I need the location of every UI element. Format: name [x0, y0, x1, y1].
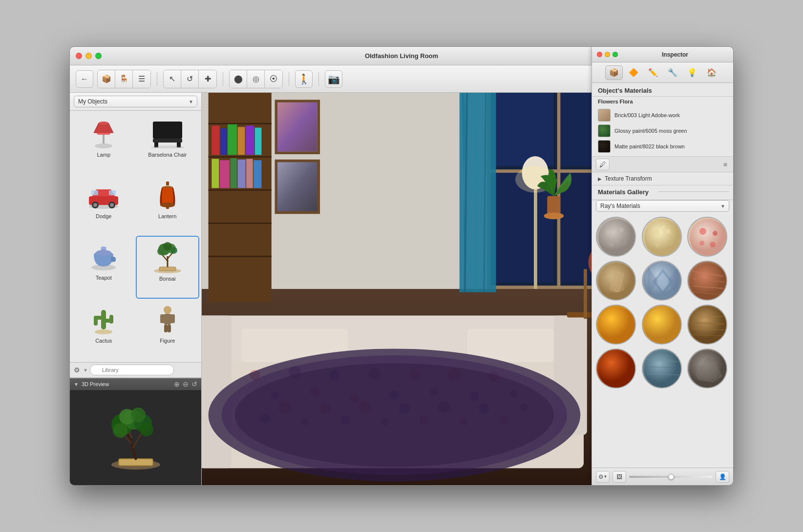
texture-transform-label: Texture Transform: [605, 175, 652, 182]
object-item-lantern[interactable]: Lantern: [136, 174, 200, 236]
gallery-dropdown[interactable]: Ray's Materials Standard Materials Custo…: [596, 200, 729, 212]
sidebar-dropdown-wrapper: My Objects ▼: [74, 96, 197, 107]
left-sidebar: My Objects ▼: [70, 93, 202, 485]
render-btn-1[interactable]: ⬤: [230, 70, 247, 88]
inspector-menu-icon[interactable]: ≡: [721, 160, 729, 169]
svg-rect-46: [170, 314, 175, 323]
app-window: Oldfashion Living Room ⤢ ← 📦 🪑 ☰ ↖ ↺ ✚ ⬤…: [69, 46, 734, 486]
svg-point-217: [710, 242, 716, 247]
svg-point-214: [690, 219, 727, 256]
rotate-button[interactable]: ↺: [191, 380, 197, 388]
inspector-photo-button[interactable]: 🖼: [613, 471, 626, 483]
object-item-dodge[interactable]: Dodge: [72, 174, 136, 236]
render-btn-2[interactable]: ◎: [247, 70, 265, 88]
texture-transform-header[interactable]: ▶ Texture Transform: [598, 175, 727, 182]
walk-tool[interactable]: 🚶: [295, 70, 313, 88]
settings-arrow-icon: ▼: [83, 368, 88, 373]
preview-controls: ⊕ ⊖ ↺: [174, 380, 197, 388]
svg-point-26: [101, 246, 106, 249]
window-controls: [76, 53, 102, 59]
object-item-lamp[interactable]: Lamp: [72, 113, 136, 174]
object-item-teapot[interactable]: Teapot: [72, 236, 136, 299]
size-slider[interactable]: [629, 476, 713, 478]
swatch-floral-beige[interactable]: [642, 217, 682, 257]
zoom-in-button[interactable]: ⊕: [174, 380, 180, 388]
zoom-out-button[interactable]: ⊖: [183, 380, 189, 388]
separator-4: [318, 72, 319, 86]
object-item-chair[interactable]: Barselona Chair: [136, 113, 200, 174]
preview-triangle-icon: ▼: [74, 382, 79, 387]
gallery-dropdown-wrapper: Ray's Materials Standard Materials Custo…: [596, 200, 729, 212]
svg-rect-22: [166, 205, 169, 209]
render-btn-3[interactable]: ⦿: [265, 70, 282, 88]
svg-point-18: [110, 203, 114, 207]
preview-section: ▼ 3D Preview ⊕ ⊖ ↺: [70, 378, 201, 485]
material-item-brick[interactable]: Brick/003 Light Adobe-work: [596, 107, 729, 123]
back-button[interactable]: ←: [76, 70, 93, 88]
select-tool[interactable]: ↖: [164, 70, 181, 88]
material-name-brick: Brick/003 Light Adobe-work: [614, 112, 727, 119]
settings-icon[interactable]: ⚙: [74, 366, 80, 374]
swatch-gray-stone[interactable]: [687, 348, 727, 389]
material-swatch-glossy: [598, 124, 611, 137]
object-item-figure[interactable]: Figure: [136, 299, 200, 360]
svg-point-218: [699, 241, 704, 246]
material-item-matte[interactable]: Matte paint/8022 black brown: [596, 139, 729, 154]
svg-rect-94: [491, 93, 554, 166]
minimize-button[interactable]: [85, 53, 92, 59]
preview-header: ▼ 3D Preview ⊕ ⊖ ↺: [70, 378, 201, 390]
svg-rect-13: [91, 190, 98, 195]
svg-point-210: [667, 240, 673, 246]
material-name-glossy: Glossy paint/6005 moss green: [614, 127, 727, 134]
inspector-person-button[interactable]: 👤: [716, 471, 729, 483]
maximize-button[interactable]: [95, 53, 102, 59]
rotate-tool[interactable]: ↺: [181, 70, 199, 88]
view-mode-group: 📦 🪑 ☰: [97, 70, 151, 88]
svg-point-3: [99, 122, 108, 124]
separator-1: [157, 72, 157, 86]
list-button[interactable]: ☰: [133, 70, 150, 88]
eyedropper-tool[interactable]: 🖊: [596, 159, 610, 170]
separator-2: [223, 72, 223, 86]
object-item-bonsai[interactable]: Bonsai: [136, 236, 200, 299]
camera-tool[interactable]: 📷: [325, 70, 342, 88]
swatch-floral-red[interactable]: [687, 217, 727, 257]
svg-point-57: [140, 423, 153, 436]
close-button[interactable]: [76, 53, 82, 59]
object-item-cactus[interactable]: Cactus: [72, 299, 136, 360]
svg-rect-72: [237, 127, 245, 155]
svg-point-236: [598, 307, 635, 344]
objects-button[interactable]: 📦: [98, 70, 115, 88]
swatch-teal-fabric[interactable]: [642, 348, 682, 389]
material-item-glossy[interactable]: Glossy paint/6005 moss green: [596, 123, 729, 139]
furniture-button[interactable]: 🪑: [115, 70, 133, 88]
swatch-damask-tan[interactable]: [596, 261, 636, 301]
swatch-brown-wood[interactable]: [687, 305, 727, 345]
swatch-floral-gray[interactable]: [596, 217, 636, 257]
chair-icon: [148, 117, 187, 151]
swatch-argyle-blue[interactable]: [642, 261, 682, 301]
inspector-settings-button[interactable]: ⚙ ▼: [596, 471, 610, 483]
svg-point-203: [619, 227, 624, 232]
swatch-dark-orange[interactable]: [596, 348, 636, 389]
lamp-icon: [84, 117, 123, 151]
svg-point-16: [93, 203, 97, 207]
swatch-orange-solid[interactable]: [596, 305, 636, 345]
svg-rect-85: [277, 162, 317, 211]
svg-point-238: [644, 307, 681, 344]
swatch-rustic-orange[interactable]: [687, 261, 727, 301]
swatch-orange2-solid[interactable]: [642, 305, 682, 345]
materials-list: Brick/003 Light Adobe-work Glossy paint/…: [592, 105, 733, 157]
svg-point-43: [164, 306, 171, 314]
add-tool[interactable]: ✚: [199, 70, 216, 88]
search-input[interactable]: [90, 365, 174, 375]
svg-point-201: [598, 219, 635, 256]
svg-rect-66: [209, 189, 272, 191]
svg-point-246: [598, 351, 635, 388]
tool-group: ↖ ↺ ✚: [163, 70, 217, 88]
svg-rect-48: [168, 325, 171, 332]
gallery-title: Materials Gallery: [592, 185, 655, 198]
window-title: Oldfashion Living Room: [365, 52, 438, 60]
objects-dropdown[interactable]: My Objects: [74, 96, 197, 107]
svg-point-215: [699, 228, 706, 235]
